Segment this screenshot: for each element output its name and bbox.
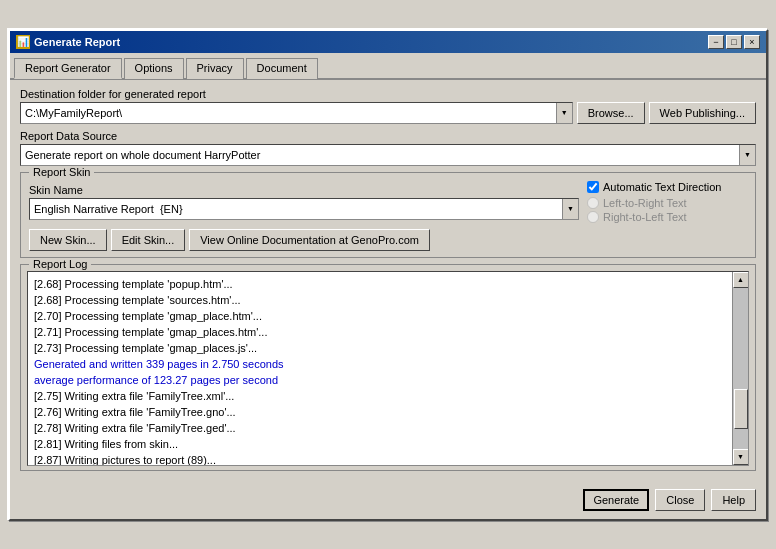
generate-report-window: 📊 Generate Report − □ × Report Generator… [8, 29, 768, 521]
log-entry: [2.75] Writing extra file 'FamilyTree.xm… [34, 388, 726, 404]
online-doc-button[interactable]: View Online Documentation at GenoPro.com [189, 229, 430, 251]
log-area: [2.68] Processing template 'popup.htm'..… [27, 271, 749, 466]
auto-text-direction-checkbox[interactable] [587, 181, 599, 193]
edit-skin-button[interactable]: Edit Skin... [111, 229, 186, 251]
right-to-left-row: Right-to-Left Text [587, 211, 747, 223]
log-entry: [2.68] Processing template 'popup.htm'..… [34, 276, 726, 292]
skin-row: Skin Name ▼ Automatic Text Direction Lef… [29, 181, 747, 223]
log-entry: [2.78] Writing extra file 'FamilyTree.ge… [34, 420, 726, 436]
left-to-right-row: Left-to-Right Text [587, 197, 747, 209]
skin-name-label: Skin Name [29, 184, 579, 196]
skin-left: Skin Name ▼ [29, 184, 579, 220]
destination-folder-group: Destination folder for generated report … [20, 88, 756, 124]
data-source-input-wrapper: ▼ [20, 144, 756, 166]
left-to-right-label: Left-to-Right Text [603, 197, 687, 209]
destination-input[interactable] [21, 103, 556, 123]
minimize-button[interactable]: − [708, 35, 724, 49]
tab-document[interactable]: Document [246, 58, 318, 79]
log-entry: [2.73] Processing template 'gmap_places.… [34, 340, 726, 356]
log-entry: [2.68] Processing template 'sources.htm'… [34, 292, 726, 308]
skin-right: Automatic Text Direction Left-to-Right T… [587, 181, 747, 223]
log-entry: [2.81] Writing files from skin... [34, 436, 726, 452]
data-source-group: Report Data Source ▼ [20, 130, 756, 166]
close-dialog-button[interactable]: Close [655, 489, 705, 511]
scroll-track [733, 288, 748, 449]
log-content[interactable]: [2.68] Processing template 'popup.htm'..… [28, 272, 732, 465]
title-bar: 📊 Generate Report − □ × [10, 31, 766, 53]
report-skin-group: Report Skin Skin Name ▼ Automatic Text D… [20, 172, 756, 258]
scroll-down-button[interactable]: ▼ [733, 449, 749, 465]
tab-options[interactable]: Options [124, 58, 184, 79]
window-icon: 📊 [16, 35, 30, 49]
data-source-dropdown-arrow[interactable]: ▼ [739, 145, 755, 165]
scroll-thumb[interactable] [734, 389, 748, 429]
skin-buttons: New Skin... Edit Skin... View Online Doc… [29, 229, 747, 251]
log-entry: [2.71] Processing template 'gmap_places.… [34, 324, 726, 340]
data-source-input[interactable] [21, 145, 739, 165]
scroll-up-button[interactable]: ▲ [733, 272, 749, 288]
web-publishing-button[interactable]: Web Publishing... [649, 102, 756, 124]
help-button[interactable]: Help [711, 489, 756, 511]
destination-dropdown-arrow[interactable]: ▼ [556, 103, 572, 123]
report-log-group: Report Log [2.68] Processing template 'p… [20, 264, 756, 471]
data-source-label: Report Data Source [20, 130, 756, 142]
main-content: Destination folder for generated report … [10, 80, 766, 485]
left-to-right-radio[interactable] [587, 197, 599, 209]
log-entry: Generated and written 339 pages in 2.750… [34, 356, 726, 372]
window-title: Generate Report [34, 36, 120, 48]
tab-report-generator[interactable]: Report Generator [14, 58, 122, 79]
bottom-bar: Generate Close Help [10, 485, 766, 519]
skin-dropdown-arrow[interactable]: ▼ [562, 199, 578, 219]
auto-text-direction-label: Automatic Text Direction [603, 181, 721, 193]
scrollbar: ▲ ▼ [732, 272, 748, 465]
tab-privacy[interactable]: Privacy [186, 58, 244, 79]
report-skin-title: Report Skin [29, 166, 94, 178]
destination-input-wrapper: ▼ [20, 102, 573, 124]
maximize-button[interactable]: □ [726, 35, 742, 49]
right-to-left-label: Right-to-Left Text [603, 211, 687, 223]
tab-bar: Report Generator Options Privacy Documen… [10, 53, 766, 80]
destination-input-row: ▼ Browse... Web Publishing... [20, 102, 756, 124]
report-log-title: Report Log [29, 258, 91, 270]
new-skin-button[interactable]: New Skin... [29, 229, 107, 251]
log-entry: [2.70] Processing template 'gmap_place.h… [34, 308, 726, 324]
generate-button[interactable]: Generate [583, 489, 649, 511]
log-entry: average performance of 123.27 pages per … [34, 372, 726, 388]
log-entry: [2.87] Writing pictures to report (89)..… [34, 452, 726, 465]
skin-name-input[interactable] [30, 199, 562, 219]
browse-button[interactable]: Browse... [577, 102, 645, 124]
right-to-left-radio[interactable] [587, 211, 599, 223]
log-entry: [2.76] Writing extra file 'FamilyTree.gn… [34, 404, 726, 420]
auto-text-direction-row: Automatic Text Direction [587, 181, 747, 193]
title-bar-controls: − □ × [708, 35, 760, 49]
skin-name-input-wrapper: ▼ [29, 198, 579, 220]
close-button[interactable]: × [744, 35, 760, 49]
destination-label: Destination folder for generated report [20, 88, 756, 100]
